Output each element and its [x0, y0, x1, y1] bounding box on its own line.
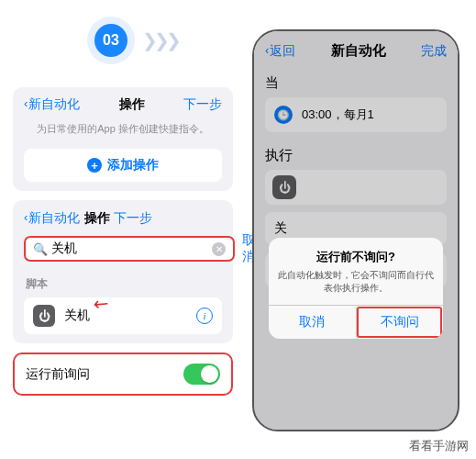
execute-action-row[interactable]: ⏻	[265, 170, 447, 205]
arrow-icon: ❯❯❯	[142, 29, 178, 51]
page-title: 操作	[84, 210, 110, 225]
step-badge-outer: 03	[87, 17, 135, 64]
left-column: ‹新自动化 操作 下一步 为日常使用的App 操作创建快捷指令。 + 添加操作 …	[13, 87, 233, 396]
search-box[interactable]: 🔍 ✕	[24, 236, 235, 262]
back-button[interactable]: ‹新自动化	[24, 210, 80, 225]
next-button[interactable]: 下一步	[183, 96, 222, 113]
back-label: 新自动化	[28, 210, 80, 225]
ask-before-run-row: 运行前询问	[13, 353, 233, 396]
page-title: 操作	[119, 96, 145, 113]
chevron-left-icon: ‹	[24, 96, 28, 110]
search-icon: 🔍	[33, 242, 48, 256]
done-button[interactable]: 完成	[421, 43, 447, 60]
chevron-left-icon: ‹	[265, 43, 269, 57]
alert-button-row: 取消 不询问	[269, 305, 443, 339]
chevron-left-icon: ‹	[24, 210, 28, 224]
add-action-button[interactable]: + 添加操作	[24, 149, 222, 182]
next-button[interactable]: 下一步	[114, 210, 152, 225]
script-result-row[interactable]: ↘ ⏻ 关机 i	[24, 297, 222, 334]
execute-section-title: 执行	[265, 147, 447, 164]
ask-before-run-label: 运行前询问	[26, 366, 90, 383]
trigger-text: 03:00，每月1	[302, 106, 374, 123]
clear-icon[interactable]: ✕	[212, 242, 226, 256]
page-title: 新自动化	[331, 42, 386, 60]
nav-bar: ‹新自动化 操作 下一步	[24, 96, 222, 113]
script-name: 关机	[64, 308, 187, 324]
alert-dialog: 运行前不询问? 此自动化触发时，它会不询问而自行代表你执行操作。 取消 不询问	[269, 238, 443, 339]
search-row: 🔍 ✕ 取消	[24, 232, 222, 265]
when-section: 当 🕒 03:00，每月1	[254, 74, 458, 132]
alert-confirm-button[interactable]: 不询问	[356, 306, 444, 339]
alert-title: 运行前不询问?	[269, 238, 443, 269]
ask-before-run-toggle[interactable]	[183, 364, 220, 385]
search-input[interactable]	[51, 241, 212, 256]
alert-cancel-button[interactable]: 取消	[269, 306, 356, 339]
back-label: 返回	[270, 43, 295, 58]
hint-text: 为日常使用的App 操作创建快捷指令。	[24, 122, 222, 136]
phone-frame: ‹返回 新自动化 完成 当 🕒 03:00，每月1 执行 ⏻ 关 运 运行前不询…	[252, 29, 459, 431]
when-section-title: 当	[265, 74, 447, 92]
actions-card-search: ‹新自动化 操作 下一步 🔍 ✕ 取消 脚本 ↘ ⏻ 关机 i	[13, 200, 233, 343]
alert-message: 此自动化触发时，它会不询问而自行代表你执行操作。	[269, 269, 443, 305]
step-number: 03	[94, 24, 127, 57]
power-icon: ⏻	[33, 305, 55, 327]
plus-icon: +	[87, 158, 102, 173]
watermark-text: 看看手游网	[409, 438, 469, 454]
info-icon[interactable]: i	[196, 308, 213, 324]
power-icon: ⏻	[272, 175, 296, 199]
nav-bar: ‹新自动化 操作 下一步	[24, 209, 222, 227]
section-label-scripts: 脚本	[26, 276, 222, 292]
back-button[interactable]: ‹返回	[265, 43, 295, 60]
add-action-label: 添加操作	[107, 157, 159, 174]
step-indicator: 03 ❯❯❯	[87, 17, 178, 64]
actions-card-empty: ‹新自动化 操作 下一步 为日常使用的App 操作创建快捷指令。 + 添加操作	[13, 87, 233, 191]
when-trigger-row[interactable]: 🕒 03:00，每月1	[265, 97, 447, 132]
clock-icon: 🕒	[274, 106, 293, 124]
back-label: 新自动化	[28, 96, 80, 111]
phone-nav-bar: ‹返回 新自动化 完成	[254, 31, 458, 67]
back-button[interactable]: ‹新自动化	[24, 96, 80, 113]
